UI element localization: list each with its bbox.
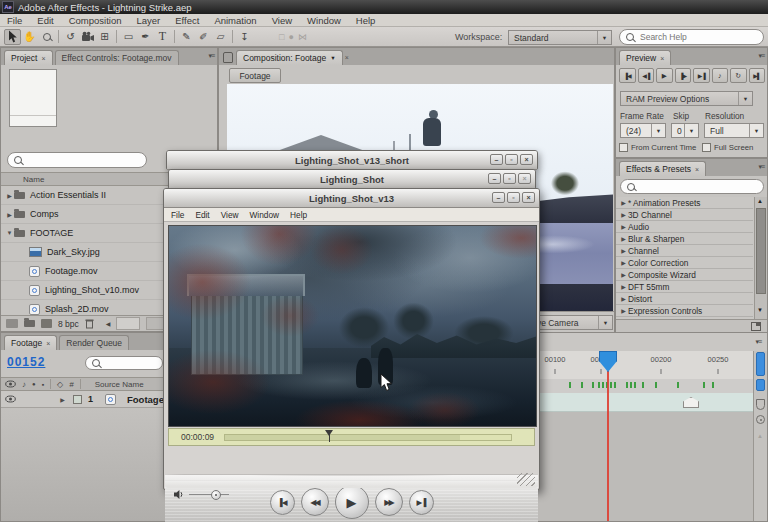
label-color-icon[interactable]: ◇ <box>57 380 63 389</box>
player-window-middle[interactable]: Lighting_Shot – ▫ × <box>168 169 536 189</box>
camera-tool-icon[interactable] <box>79 29 96 45</box>
list-item[interactable]: ▶* Animation Presets <box>616 197 753 209</box>
footer-slider[interactable] <box>116 317 140 330</box>
twirl-icon[interactable]: ▶ <box>619 271 628 278</box>
list-item[interactable]: ▶Composite Wizard <box>616 269 753 281</box>
close-button[interactable]: × <box>518 173 531 184</box>
interpret-footage-icon[interactable] <box>6 319 18 328</box>
grid-toggle-icon[interactable]: □ <box>279 32 284 42</box>
menu-edit[interactable]: Edit <box>37 15 53 26</box>
label-swatch[interactable] <box>73 395 82 404</box>
scrollbar-thumb[interactable] <box>756 352 765 376</box>
twirl-icon[interactable]: ▶ <box>619 283 628 290</box>
help-search[interactable] <box>619 29 764 45</box>
scrollbar[interactable]: ▲ ▼ <box>754 197 767 319</box>
eye-icon[interactable] <box>5 395 16 403</box>
twirl-icon[interactable]: ▶ <box>619 259 628 266</box>
eraser-tool-icon[interactable]: ▱ <box>212 29 229 45</box>
project-search-input[interactable] <box>26 154 140 166</box>
checkbox-icon[interactable] <box>702 143 711 152</box>
puppet-pin-tool-icon[interactable]: ↧ <box>236 29 253 45</box>
fast-forward-button[interactable]: ▶▶ <box>375 488 403 516</box>
work-area-marker[interactable] <box>683 397 699 408</box>
twirl-icon[interactable]: ▼ <box>5 230 14 236</box>
tab-project[interactable]: Project × <box>4 50 53 65</box>
minimize-button[interactable]: – <box>488 173 501 184</box>
menu-effect[interactable]: Effect <box>175 15 199 26</box>
minimize-button[interactable]: – <box>492 192 505 203</box>
pen-tool-icon[interactable]: ✒ <box>137 29 154 45</box>
tab-composition-footage[interactable]: Composition: Footage ▼ <box>236 50 343 65</box>
rewind-button[interactable]: ◀◀ <box>301 488 329 516</box>
panel-menu-icon[interactable]: ▾≡ <box>755 338 761 346</box>
twirl-icon[interactable]: ▶ <box>619 199 628 206</box>
menu-window[interactable]: Window <box>250 210 280 220</box>
window-title-bar[interactable]: Lighting_Shot_v13_short – ▫ × <box>167 151 537 170</box>
composition-breadcrumb[interactable]: Footage <box>229 68 281 83</box>
close-button[interactable]: × <box>520 154 533 165</box>
twirl-icon[interactable]: ▶ <box>619 211 628 218</box>
panel-menu-icon[interactable]: ▾≡ <box>758 163 764 171</box>
list-item[interactable]: ▶Color Correction <box>616 257 753 269</box>
trash-icon[interactable] <box>85 318 94 329</box>
shield-icon[interactable] <box>756 399 765 410</box>
maximize-button[interactable]: ▫ <box>503 173 516 184</box>
effects-search[interactable] <box>620 179 764 194</box>
list-item[interactable]: ▶Channel <box>616 245 753 257</box>
play-button[interactable]: ▶ <box>656 68 673 83</box>
menu-animation[interactable]: Animation <box>214 15 256 26</box>
bit-depth[interactable]: 8 bpc <box>58 319 79 329</box>
solo-icon[interactable]: ● <box>32 381 36 387</box>
selection-tool-icon[interactable] <box>4 29 21 45</box>
scroll-left-icon[interactable]: ◀ <box>106 320 111 327</box>
ram-preview-button[interactable]: ▶▌ <box>749 68 766 83</box>
scrollbar-thumb[interactable] <box>756 379 765 391</box>
frame-rate-dropdown[interactable]: (24) ▼ <box>620 123 666 138</box>
full-screen-checkbox[interactable]: Full Screen <box>702 143 753 152</box>
shape-tool-icon[interactable]: ▭ <box>120 29 137 45</box>
twirl-icon[interactable]: ▶ <box>619 307 628 314</box>
resolution-dropdown[interactable]: Full ▼ <box>704 123 764 138</box>
new-composition-icon[interactable] <box>41 319 52 328</box>
next-frame-button[interactable]: ▐▶ <box>675 68 692 83</box>
close-icon[interactable]: × <box>41 55 45 62</box>
previous-frame-button[interactable]: ◀▐ <box>638 68 655 83</box>
timeline-search[interactable] <box>85 356 163 370</box>
close-icon[interactable]: × <box>46 340 50 347</box>
skip-dropdown[interactable]: 0 ▼ <box>671 123 699 138</box>
menu-edit[interactable]: Edit <box>195 210 209 220</box>
camera-marker-icon[interactable] <box>756 415 765 424</box>
menu-file[interactable]: File <box>171 210 184 220</box>
tab-effect-controls[interactable]: Effect Controls: Footage.mov <box>55 50 179 65</box>
menu-view[interactable]: View <box>272 15 292 26</box>
menu-window[interactable]: Window <box>307 15 341 26</box>
rotate-tool-icon[interactable]: ↺ <box>62 29 79 45</box>
tab-render-queue[interactable]: Render Queue <box>59 335 129 350</box>
scroll-up-icon[interactable]: ▲ <box>757 433 763 439</box>
zoom-tool-icon[interactable] <box>38 29 55 45</box>
last-frame-button[interactable]: ▶▐ <box>693 68 710 83</box>
menu-help[interactable]: Help <box>356 15 376 26</box>
window-title-bar[interactable]: Lighting_Shot_v13 – ▫ × <box>164 189 539 208</box>
list-item[interactable]: ▶3D Channel <box>616 209 753 221</box>
player-window-back[interactable]: Lighting_Shot_v13_short – ▫ × <box>166 150 538 170</box>
lock-icon[interactable] <box>223 52 233 63</box>
clone-stamp-tool-icon[interactable]: ✐ <box>195 29 212 45</box>
audio-icon[interactable]: ♪ <box>22 380 26 389</box>
go-to-end-button[interactable]: ▶▐ <box>409 490 434 515</box>
close-icon[interactable]: × <box>345 54 349 61</box>
lock-icon[interactable]: ▪ <box>42 381 44 388</box>
twirl-icon[interactable]: ▶ <box>5 192 14 199</box>
tab-footage[interactable]: Footage × <box>4 335 57 350</box>
menu-composition[interactable]: Composition <box>69 15 122 26</box>
menu-help[interactable]: Help <box>290 210 307 220</box>
twirl-icon[interactable]: ▶ <box>619 295 628 302</box>
menu-file[interactable]: File <box>7 15 22 26</box>
hand-tool-icon[interactable]: ✋ <box>21 29 38 45</box>
new-panel-icon[interactable] <box>751 322 761 331</box>
help-search-input[interactable] <box>638 31 757 43</box>
loop-button[interactable]: ↻ <box>730 68 747 83</box>
from-current-time-checkbox[interactable]: From Current Time <box>619 143 696 152</box>
twirl-icon[interactable]: ▶ <box>5 211 14 218</box>
ram-preview-options-dropdown[interactable]: RAM Preview Options ▼ <box>620 91 753 106</box>
